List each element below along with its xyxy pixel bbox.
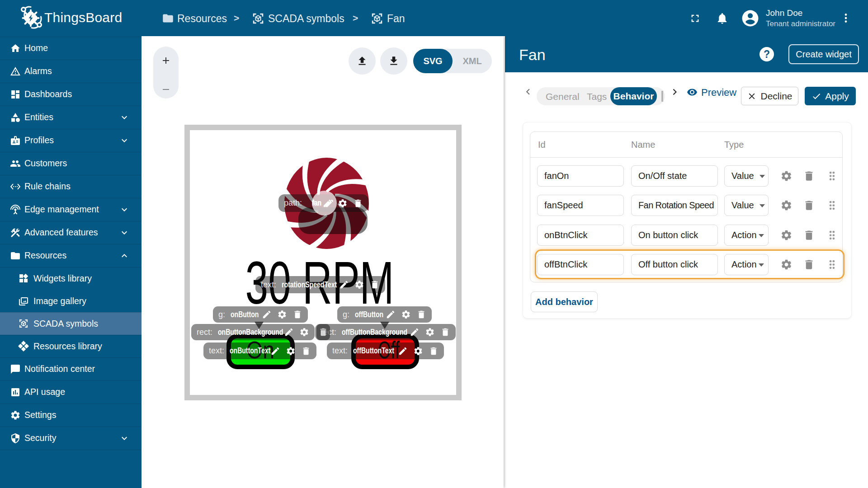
svg-text:?: ? — [764, 48, 770, 60]
